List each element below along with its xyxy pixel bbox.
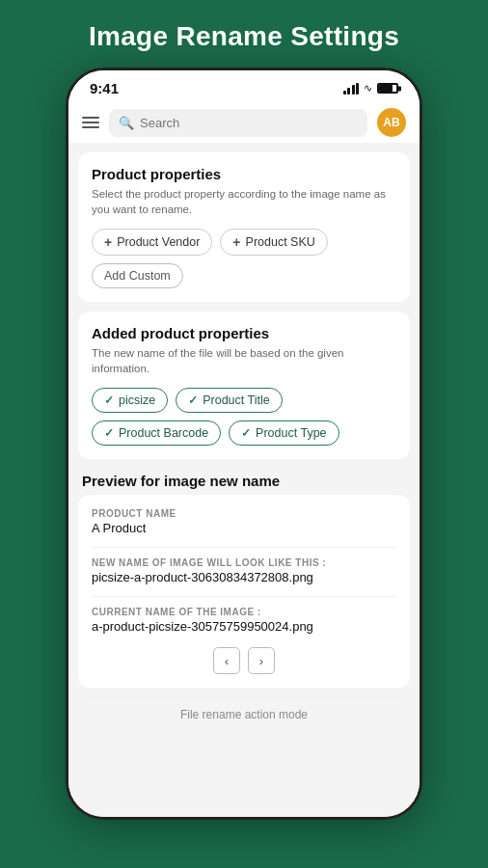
current-name-value: a-product-picsize-30575759950024.png: [92, 619, 396, 634]
battery-fill: [379, 85, 393, 92]
hamburger-line: [82, 122, 99, 123]
tag-product-sku[interactable]: + Product SKU: [220, 229, 327, 256]
hamburger-icon[interactable]: [82, 117, 99, 128]
phone-frame: 9:41 ∿ 🔍 AB: [66, 68, 422, 820]
prev-page-button[interactable]: ‹: [213, 647, 240, 674]
next-page-button[interactable]: ›: [248, 647, 275, 674]
tag-product-title[interactable]: ✓ Product Title: [176, 388, 282, 413]
tag-picsize[interactable]: ✓ picsize: [92, 388, 168, 413]
preview-card: PRODUCT NAME A Product NEW NAME OF IMAGE…: [78, 495, 410, 688]
added-properties-section: Added product properties The new name of…: [78, 312, 410, 459]
product-properties-desc: Select the product property according to…: [92, 186, 396, 217]
pagination: ‹ ›: [92, 647, 396, 674]
page-title: Image Rename Settings: [69, 0, 419, 68]
status-time: 9:41: [90, 80, 119, 96]
search-input-wrap[interactable]: 🔍: [109, 109, 367, 137]
check-icon: ✓: [241, 426, 251, 440]
status-bar: 9:41 ∿: [68, 70, 420, 102]
add-custom-tag[interactable]: Add Custom: [92, 263, 183, 288]
search-icon: 🔍: [119, 116, 134, 130]
bottom-hint: File rename action mode: [68, 698, 420, 721]
tag-product-barcode-label: Product Barcode: [119, 426, 208, 440]
added-tags-row: ✓ picsize ✓ Product Title ✓ Product Barc…: [92, 388, 396, 446]
product-tags-row: + Product Vendor + Product SKU Add Custo…: [92, 229, 396, 288]
tag-product-type[interactable]: ✓ Product Type: [229, 420, 339, 446]
added-properties-desc: The new name of the file will be based o…: [92, 345, 396, 376]
status-icons: ∿: [343, 82, 399, 95]
product-properties-title: Product properties: [92, 166, 396, 182]
current-name-label: CURRENT NAME OF THE IMAGE :: [92, 607, 396, 617]
signal-bar-2: [347, 88, 350, 95]
plus-icon: +: [104, 234, 112, 250]
plus-icon: +: [232, 234, 240, 250]
signal-bar-1: [343, 91, 346, 95]
preview-divider: [92, 596, 396, 597]
new-name-label: NEW NAME OF IMAGE WILL LOOK LIKE THIS :: [92, 557, 396, 568]
hamburger-line: [82, 117, 99, 119]
avatar[interactable]: AB: [377, 108, 406, 137]
check-icon: ✓: [104, 393, 114, 407]
tag-product-title-label: Product Title: [203, 393, 269, 407]
signal-icon: [343, 83, 360, 95]
tag-product-barcode[interactable]: ✓ Product Barcode: [92, 420, 221, 446]
tag-picsize-label: picsize: [119, 393, 155, 407]
signal-bar-4: [356, 83, 359, 95]
battery-icon: [377, 83, 398, 94]
signal-bar-3: [352, 85, 355, 95]
tag-vendor-label: Product Vendor: [117, 235, 200, 249]
wifi-icon: ∿: [364, 82, 372, 95]
check-icon: ✓: [104, 426, 114, 440]
product-properties-section: Product properties Select the product pr…: [78, 152, 410, 302]
phone-content: Product properties Select the product pr…: [68, 143, 420, 817]
add-custom-label: Add Custom: [104, 269, 171, 283]
preview-divider: [92, 547, 396, 548]
tag-sku-label: Product SKU: [246, 235, 315, 249]
added-properties-title: Added product properties: [92, 325, 396, 341]
search-bar: 🔍 AB: [68, 102, 420, 143]
product-name-label: PRODUCT NAME: [92, 508, 396, 519]
new-name-value: picsize-a-product-30630834372808.png: [92, 570, 396, 584]
tag-product-type-label: Product Type: [256, 426, 326, 440]
preview-section-title: Preview for image new name: [68, 459, 420, 495]
hamburger-line: [82, 126, 99, 128]
search-input[interactable]: [140, 116, 358, 130]
tag-product-vendor[interactable]: + Product Vendor: [92, 229, 212, 256]
check-icon: ✓: [188, 393, 198, 407]
product-name-value: A Product: [92, 521, 396, 535]
